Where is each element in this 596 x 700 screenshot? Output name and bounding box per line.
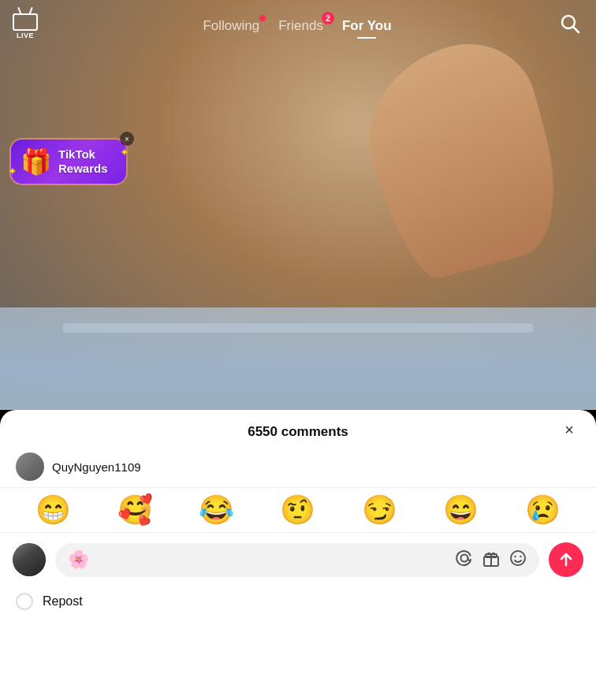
user-avatar: [13, 543, 46, 576]
comments-header: 6550 comments ×: [0, 410, 596, 449]
tab-following[interactable]: Following: [203, 18, 259, 34]
svg-point-6: [511, 551, 525, 565]
repost-row: Repost: [0, 586, 596, 616]
rewards-box: ✦ 🎁 TikTok Rewards ✦: [9, 138, 128, 185]
repost-radio[interactable]: [16, 593, 33, 610]
star-left-icon: ✦: [8, 165, 17, 177]
comments-close-button[interactable]: ×: [558, 419, 580, 441]
live-label: LIVE: [17, 32, 34, 39]
rewards-banner[interactable]: × ✦ 🎁 TikTok Rewards ✦: [9, 138, 128, 185]
search-icon: [560, 13, 580, 34]
comments-count: 6550 comments: [248, 424, 348, 440]
rewards-emoji: 🎁: [20, 149, 52, 174]
emoji-laughing-tears[interactable]: 😂: [199, 496, 234, 524]
commenter-avatar: [16, 452, 44, 481]
commenter-username: QuyNguyen1109: [52, 460, 141, 474]
comment-preview: QuyNguyen1109: [0, 449, 596, 487]
svg-point-8: [520, 555, 521, 557]
input-row: 🌸 Add comment…: [0, 533, 596, 586]
tab-friends[interactable]: Friends 2: [278, 18, 323, 34]
at-mention-icon[interactable]: [456, 549, 473, 571]
input-placeholder-text: Add comment…: [99, 553, 446, 567]
top-navigation: LIVE Following Friends 2 For You: [0, 0, 596, 52]
video-aquarium: [0, 307, 596, 410]
aquarium-divider: [63, 323, 533, 333]
svg-line-1: [573, 27, 579, 32]
svg-point-2: [461, 554, 468, 561]
friends-badge: 2: [322, 12, 334, 24]
send-icon: [557, 551, 575, 568]
user-avatar-image: [13, 543, 46, 576]
send-button[interactable]: [549, 542, 583, 577]
bottom-panel: 6550 comments × QuyNguyen1109 😁 🥰 😂 🤨 😏 …: [0, 410, 596, 700]
emoji-smiling-hearts[interactable]: 🥰: [117, 496, 153, 524]
comment-input-field[interactable]: 🌸 Add comment…: [55, 543, 539, 577]
repost-label: Repost: [43, 594, 83, 609]
tab-for-you[interactable]: For You: [342, 18, 392, 34]
input-emoji-icon[interactable]: 🌸: [68, 549, 89, 570]
nav-tabs: Following Friends 2 For You: [38, 18, 557, 34]
rewards-text: TikTok Rewards: [58, 147, 108, 176]
emoji-crying[interactable]: 😢: [525, 496, 561, 524]
emoji-picker-icon[interactable]: [509, 549, 527, 571]
gift-icon[interactable]: [482, 549, 500, 571]
search-button[interactable]: [557, 10, 583, 42]
emoji-raised-eyebrow[interactable]: 🤨: [280, 496, 315, 524]
svg-point-7: [514, 555, 516, 557]
video-area: LIVE Following Friends 2 For You ×: [0, 0, 596, 410]
emoji-big-grin[interactable]: 😄: [443, 496, 479, 524]
emoji-grinning[interactable]: 😁: [35, 496, 71, 524]
live-button[interactable]: LIVE: [13, 13, 38, 39]
tv-antenna-right: [28, 6, 32, 14]
tv-icon: [13, 13, 38, 31]
star-right-icon: ✦: [120, 146, 129, 158]
rewards-close-button[interactable]: ×: [120, 132, 134, 146]
following-dot: [259, 15, 266, 21]
emoji-row: 😁 🥰 😂 🤨 😏 😄 😢: [0, 487, 596, 533]
emoji-smirk[interactable]: 😏: [362, 496, 397, 524]
tv-antenna-left: [17, 6, 21, 14]
